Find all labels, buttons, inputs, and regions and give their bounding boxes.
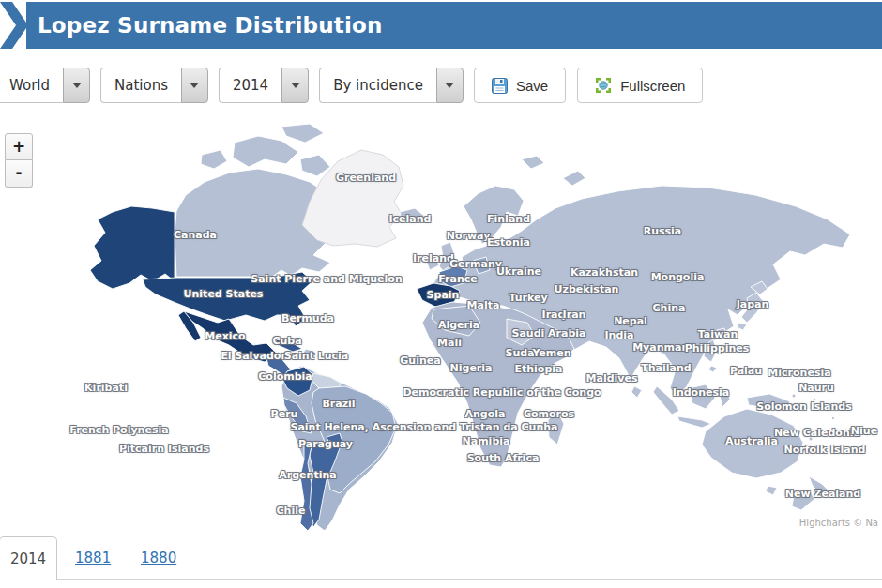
country-new-zealand[interactable] [792,476,829,510]
header-bar: Lopez Surname Distribution [26,2,882,49]
country-alaska-us[interactable] [90,206,175,289]
toolbar: World Nations 2014 By incidence Save [0,68,882,103]
chevron-down-icon [445,83,454,88]
region-select-value[interactable]: World [0,68,63,103]
fullscreen-button[interactable]: Fullscreen [577,68,703,103]
year-tabs: 2014 1881 1880 [0,536,882,580]
year-select-value[interactable]: 2014 [219,68,281,103]
country-cuba[interactable] [276,339,302,352]
tab-2014[interactable]: 2014 [0,536,57,580]
world-map-container: + - [0,122,882,530]
country-taiwan[interactable] [717,328,726,339]
metric-select-arrow-button[interactable] [436,68,464,103]
country-iceland[interactable] [400,208,424,223]
fullscreen-expand-icon [595,77,612,94]
country-ireland[interactable] [426,257,439,270]
page-header: Lopez Surname Distribution [0,2,882,49]
country-sri-lanka[interactable] [631,386,642,398]
highcharts-credit: Highcharts © Na [799,518,878,528]
fullscreen-button-label: Fullscreen [620,78,685,94]
zoom-in-button[interactable]: + [5,133,33,160]
region-select[interactable]: World [0,68,90,103]
chevron-down-icon [291,83,300,88]
map-region-hispaniola[interactable] [303,349,315,356]
country-tasmania[interactable] [766,486,777,495]
tabs-baseline [0,579,882,580]
zoom-out-button[interactable]: - [5,160,33,188]
chevron-down-icon [190,83,199,88]
world-map[interactable] [0,122,882,530]
metric-select[interactable]: By incidence [319,68,464,103]
level-select[interactable]: Nations [100,68,208,103]
tab-1880[interactable]: 1880 [141,536,176,580]
year-select[interactable]: 2014 [219,68,309,103]
tab-1881[interactable]: 1881 [75,536,111,580]
country-australia[interactable] [702,409,803,478]
region-select-arrow-button[interactable] [63,68,90,103]
metric-select-value[interactable]: By incidence [319,68,436,103]
country-madagascar[interactable] [548,411,564,445]
country-united-states[interactable] [143,272,312,326]
level-select-arrow-button[interactable] [181,68,208,103]
level-select-value[interactable]: Nations [100,68,181,103]
map-zoom-controls: + - [5,133,33,188]
year-select-arrow-button[interactable] [281,68,309,103]
page-title: Lopez Surname Distribution [38,13,383,38]
chevron-down-icon [72,83,82,88]
tab-2014-label: 2014 [10,550,46,567]
floppy-disk-icon [492,78,508,94]
save-button[interactable]: Save [474,68,566,103]
save-button-label: Save [516,78,548,94]
